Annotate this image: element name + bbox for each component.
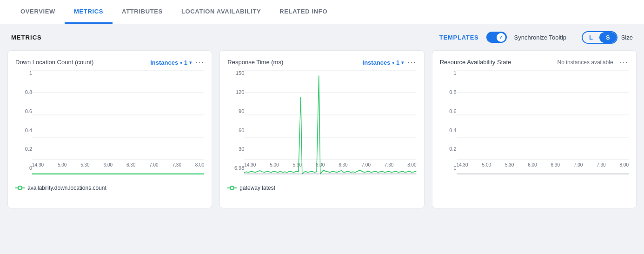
top-nav: OVERVIEW METRICS ATTRIBUTES LOCATION AVA… <box>0 0 644 24</box>
y-label-2-5: 6.98 <box>227 165 244 171</box>
chart-plot-2: 14:30 5:00 5:30 6:00 6:30 7:00 7:30 8:00 <box>244 70 416 182</box>
svg-point-15 <box>230 186 234 190</box>
y-label-3-0: 1 <box>440 70 457 76</box>
check-icon: ✓ <box>499 34 503 40</box>
cards-container: Down Location Count (count) Instances • … <box>0 50 644 216</box>
legend-text-1: availability.down.locations.count <box>27 185 106 191</box>
y-axis-1: 1 0.8 0.6 0.4 0.2 0 <box>15 70 32 182</box>
chart-svg-3 <box>457 70 629 182</box>
y-label-3-1: 0.8 <box>440 89 457 95</box>
more-btn-1[interactable]: ··· <box>195 58 204 67</box>
chart-area-3: 1 0.8 0.6 0.4 0.2 0 14:30 <box>440 70 629 182</box>
more-btn-3[interactable]: ··· <box>620 58 629 67</box>
svg-point-6 <box>18 186 22 190</box>
card-resource-availability: Resource Availability State No instances… <box>432 50 637 208</box>
instances-count-1: 1 <box>184 59 187 66</box>
legend-icon-1 <box>15 185 25 191</box>
instances-bullet-2: • <box>392 59 395 66</box>
y-label-3-5: 0 <box>440 165 457 171</box>
y-label-1-5: 0 <box>15 165 32 171</box>
instances-bullet-1: • <box>180 59 182 66</box>
size-btn-L[interactable]: L <box>583 32 599 43</box>
templates-label: TEMPLATES <box>439 34 479 41</box>
toolbar-divider <box>574 31 574 44</box>
legend-svg-2 <box>227 185 237 191</box>
card-title-2: Response Time (ms) <box>227 58 362 67</box>
y-axis-2: 150 120 90 60 30 6.98 <box>227 70 244 182</box>
chart-plot-3: 14:30 5:00 5:30 6:00 6:30 7:00 7:30 8:00 <box>457 70 629 182</box>
y-label-1-4: 0.2 <box>15 146 32 152</box>
chart-area-1: 1 0.8 0.6 0.4 0.2 0 <box>15 70 204 182</box>
metrics-toolbar: METRICS TEMPLATES ✓ Synchronize Tooltip … <box>0 24 644 50</box>
sync-tooltip-toggle[interactable]: ✓ <box>486 32 507 43</box>
card-header-3: Resource Availability State No instances… <box>440 58 629 67</box>
card-down-location-count: Down Location Count (count) Instances • … <box>7 50 212 208</box>
tab-overview[interactable]: OVERVIEW <box>11 0 65 24</box>
size-btn-group: L S <box>582 31 617 44</box>
y-label-1-0: 1 <box>15 70 32 76</box>
card-legend-2: gateway latest <box>227 185 416 191</box>
legend-svg-1 <box>15 185 25 191</box>
chart-plot-1: 14:30 5:00 5:30 6:00 6:30 7:00 7:30 8:00 <box>32 70 204 182</box>
card-title-3: Resource Availability State <box>440 58 558 67</box>
legend-icon-2 <box>227 185 237 191</box>
chevron-down-icon-1: ▾ <box>189 60 192 65</box>
card-header-1: Down Location Count (count) Instances • … <box>15 58 204 67</box>
instances-btn-1[interactable]: Instances • 1 ▾ <box>150 59 192 66</box>
tab-attributes[interactable]: ATTRIBUTES <box>113 0 172 24</box>
size-label: Size <box>621 34 633 41</box>
y-label-2-2: 90 <box>227 108 244 114</box>
y-label-3-2: 0.6 <box>440 108 457 114</box>
instances-label-1: Instances <box>150 59 178 66</box>
chart-area-2: 150 120 90 60 30 6.98 <box>227 70 416 182</box>
legend-text-2: gateway latest <box>239 185 275 191</box>
metrics-section-title: METRICS <box>11 34 439 41</box>
card-title-1: Down Location Count (count) <box>15 58 150 67</box>
tab-location-availability[interactable]: LOCATION AVAILABILITY <box>172 0 270 24</box>
instances-label-2: Instances <box>363 59 391 66</box>
card-legend-1: availability.down.locations.count <box>15 185 204 191</box>
y-label-1-2: 0.6 <box>15 108 32 114</box>
tab-related-info[interactable]: RELATED INFO <box>270 0 337 24</box>
y-label-3-3: 0.4 <box>440 127 457 133</box>
y-label-2-3: 60 <box>227 127 244 133</box>
card-header-right-1: Instances • 1 ▾ ··· <box>150 58 204 67</box>
tab-metrics[interactable]: METRICS <box>65 0 113 24</box>
y-label-2-1: 120 <box>227 89 244 95</box>
size-btn-S[interactable]: S <box>599 32 617 43</box>
chevron-down-icon-2: ▾ <box>401 60 404 65</box>
y-label-3-4: 0.2 <box>440 146 457 152</box>
y-label-1-1: 0.8 <box>15 89 32 95</box>
instances-count-2: 1 <box>396 59 399 66</box>
sync-tooltip-label: Synchronize Tooltip <box>514 34 567 41</box>
chart-svg-1 <box>32 70 204 182</box>
card-response-time: Response Time (ms) Instances • 1 ▾ ··· 1… <box>219 50 424 208</box>
no-instances-text-3: No instances available <box>558 59 613 66</box>
card-header-2: Response Time (ms) Instances • 1 ▾ ··· <box>227 58 416 67</box>
card-header-right-2: Instances • 1 ▾ ··· <box>363 58 417 67</box>
chart-svg-2 <box>244 70 416 182</box>
y-axis-3: 1 0.8 0.6 0.4 0.2 0 <box>440 70 457 182</box>
more-btn-2[interactable]: ··· <box>407 58 416 67</box>
toolbar-right: TEMPLATES ✓ Synchronize Tooltip L S Size <box>439 31 633 44</box>
y-label-1-3: 0.4 <box>15 127 32 133</box>
instances-btn-2[interactable]: Instances • 1 ▾ <box>363 59 404 66</box>
toggle-knob: ✓ <box>497 33 505 42</box>
size-toggle: L S Size <box>582 31 633 44</box>
y-label-2-4: 30 <box>227 146 244 152</box>
card-header-right-3: No instances available ··· <box>558 58 629 67</box>
y-label-2-0: 150 <box>227 70 244 76</box>
